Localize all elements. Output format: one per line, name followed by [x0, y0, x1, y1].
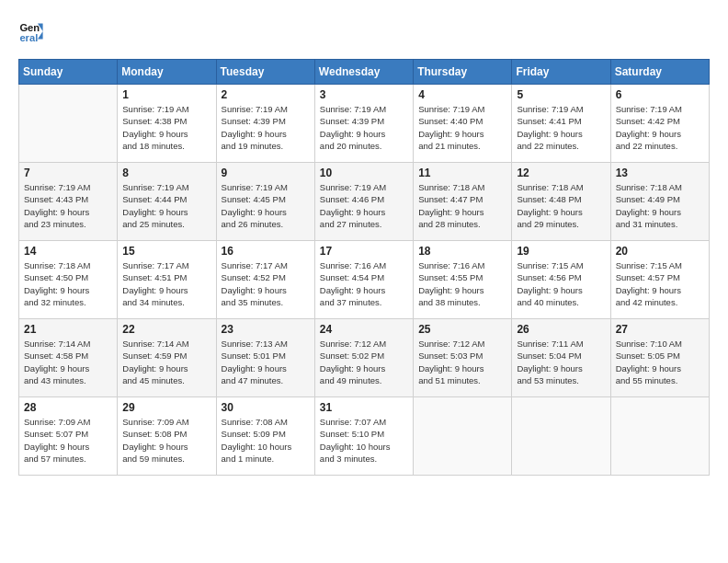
- calendar-cell: 21Sunrise: 7:14 AM Sunset: 4:58 PM Dayli…: [19, 319, 118, 397]
- svg-text:eral: eral: [19, 32, 38, 43]
- day-number: 15: [122, 245, 210, 258]
- calendar-cell: 9Sunrise: 7:19 AM Sunset: 4:45 PM Daylig…: [216, 163, 314, 241]
- day-info: Sunrise: 7:18 AM Sunset: 4:49 PM Dayligh…: [616, 181, 704, 230]
- calendar-cell: 10Sunrise: 7:19 AM Sunset: 4:46 PM Dayli…: [314, 163, 413, 241]
- calendar-cell: 3Sunrise: 7:19 AM Sunset: 4:39 PM Daylig…: [314, 85, 413, 163]
- day-info: Sunrise: 7:10 AM Sunset: 5:05 PM Dayligh…: [616, 338, 704, 386]
- day-info: Sunrise: 7:17 AM Sunset: 4:52 PM Dayligh…: [222, 259, 310, 308]
- week-row-3: 21Sunrise: 7:14 AM Sunset: 4:58 PM Dayli…: [19, 319, 710, 397]
- calendar-cell: 5Sunrise: 7:19 AM Sunset: 4:41 PM Daylig…: [512, 85, 610, 163]
- day-number: 14: [24, 245, 112, 258]
- day-number: 4: [418, 88, 506, 101]
- weekday-header-friday: Friday: [512, 60, 610, 85]
- day-number: 8: [122, 167, 210, 179]
- day-info: Sunrise: 7:09 AM Sunset: 5:07 PM Dayligh…: [24, 416, 112, 465]
- week-row-0: 1Sunrise: 7:19 AM Sunset: 4:38 PM Daylig…: [19, 85, 710, 163]
- calendar-cell: 30Sunrise: 7:08 AM Sunset: 5:09 PM Dayli…: [216, 397, 314, 476]
- week-row-1: 7Sunrise: 7:19 AM Sunset: 4:43 PM Daylig…: [19, 163, 710, 241]
- calendar-cell: 31Sunrise: 7:07 AM Sunset: 5:10 PM Dayli…: [314, 397, 413, 476]
- day-info: Sunrise: 7:19 AM Sunset: 4:38 PM Dayligh…: [122, 103, 210, 152]
- calendar-body: 1Sunrise: 7:19 AM Sunset: 4:38 PM Daylig…: [19, 85, 710, 476]
- logo-icon: Gen eral: [18, 18, 44, 44]
- day-info: Sunrise: 7:12 AM Sunset: 5:03 PM Dayligh…: [418, 338, 506, 386]
- day-info: Sunrise: 7:14 AM Sunset: 4:59 PM Dayligh…: [122, 338, 210, 386]
- calendar-cell: 29Sunrise: 7:09 AM Sunset: 5:08 PM Dayli…: [118, 397, 216, 476]
- calendar-cell: 13Sunrise: 7:18 AM Sunset: 4:49 PM Dayli…: [610, 163, 709, 241]
- day-number: 28: [24, 401, 112, 414]
- day-info: Sunrise: 7:19 AM Sunset: 4:41 PM Dayligh…: [517, 103, 605, 152]
- calendar-cell: [414, 397, 512, 476]
- calendar-cell: [19, 85, 118, 163]
- day-info: Sunrise: 7:16 AM Sunset: 4:55 PM Dayligh…: [418, 259, 506, 308]
- logo: Gen eral: [18, 18, 48, 44]
- calendar-cell: 26Sunrise: 7:11 AM Sunset: 5:04 PM Dayli…: [512, 319, 610, 397]
- day-info: Sunrise: 7:08 AM Sunset: 5:09 PM Dayligh…: [222, 416, 310, 465]
- day-number: 26: [517, 323, 605, 336]
- day-info: Sunrise: 7:16 AM Sunset: 4:54 PM Dayligh…: [320, 259, 408, 308]
- day-number: 6: [616, 88, 704, 101]
- day-info: Sunrise: 7:19 AM Sunset: 4:39 PM Dayligh…: [222, 103, 310, 152]
- day-info: Sunrise: 7:18 AM Sunset: 4:47 PM Dayligh…: [418, 181, 506, 230]
- page-header: Gen eral: [18, 18, 710, 44]
- weekday-header-thursday: Thursday: [414, 60, 512, 85]
- calendar-cell: 19Sunrise: 7:15 AM Sunset: 4:56 PM Dayli…: [512, 241, 610, 319]
- day-number: 31: [320, 401, 408, 414]
- calendar-cell: 16Sunrise: 7:17 AM Sunset: 4:52 PM Dayli…: [216, 241, 314, 319]
- calendar-cell: 20Sunrise: 7:15 AM Sunset: 4:57 PM Dayli…: [610, 241, 709, 319]
- day-info: Sunrise: 7:15 AM Sunset: 4:56 PM Dayligh…: [517, 259, 605, 308]
- day-info: Sunrise: 7:12 AM Sunset: 5:02 PM Dayligh…: [320, 338, 408, 386]
- day-number: 30: [222, 401, 310, 414]
- calendar-cell: 7Sunrise: 7:19 AM Sunset: 4:43 PM Daylig…: [19, 163, 118, 241]
- day-number: 23: [222, 323, 310, 336]
- day-number: 19: [517, 245, 605, 258]
- day-number: 29: [122, 401, 210, 414]
- calendar-cell: [610, 397, 709, 476]
- day-number: 20: [616, 245, 704, 258]
- day-info: Sunrise: 7:14 AM Sunset: 4:58 PM Dayligh…: [24, 338, 112, 386]
- calendar-cell: 12Sunrise: 7:18 AM Sunset: 4:48 PM Dayli…: [512, 163, 610, 241]
- day-info: Sunrise: 7:18 AM Sunset: 4:50 PM Dayligh…: [24, 259, 112, 308]
- calendar-cell: 15Sunrise: 7:17 AM Sunset: 4:51 PM Dayli…: [118, 241, 216, 319]
- day-number: 22: [122, 323, 210, 336]
- day-number: 3: [320, 88, 408, 101]
- day-info: Sunrise: 7:19 AM Sunset: 4:45 PM Dayligh…: [222, 181, 310, 230]
- calendar-cell: 8Sunrise: 7:19 AM Sunset: 4:44 PM Daylig…: [118, 163, 216, 241]
- calendar-cell: 14Sunrise: 7:18 AM Sunset: 4:50 PM Dayli…: [19, 241, 118, 319]
- day-number: 10: [320, 167, 408, 179]
- day-info: Sunrise: 7:19 AM Sunset: 4:39 PM Dayligh…: [320, 103, 408, 152]
- calendar-cell: 24Sunrise: 7:12 AM Sunset: 5:02 PM Dayli…: [314, 319, 413, 397]
- day-number: 11: [418, 167, 506, 179]
- day-number: 16: [222, 245, 310, 258]
- calendar-cell: 6Sunrise: 7:19 AM Sunset: 4:42 PM Daylig…: [610, 85, 709, 163]
- week-row-4: 28Sunrise: 7:09 AM Sunset: 5:07 PM Dayli…: [19, 397, 710, 476]
- day-info: Sunrise: 7:19 AM Sunset: 4:44 PM Dayligh…: [122, 181, 210, 230]
- weekday-header-saturday: Saturday: [610, 60, 709, 85]
- day-number: 1: [122, 88, 210, 101]
- calendar-cell: [512, 397, 610, 476]
- day-info: Sunrise: 7:19 AM Sunset: 4:46 PM Dayligh…: [320, 181, 408, 230]
- calendar-cell: 4Sunrise: 7:19 AM Sunset: 4:40 PM Daylig…: [414, 85, 512, 163]
- calendar-cell: 11Sunrise: 7:18 AM Sunset: 4:47 PM Dayli…: [414, 163, 512, 241]
- day-number: 2: [222, 88, 310, 101]
- day-number: 12: [517, 167, 605, 179]
- day-info: Sunrise: 7:17 AM Sunset: 4:51 PM Dayligh…: [122, 259, 210, 308]
- day-info: Sunrise: 7:19 AM Sunset: 4:40 PM Dayligh…: [418, 103, 506, 152]
- weekday-header-monday: Monday: [118, 60, 216, 85]
- day-info: Sunrise: 7:09 AM Sunset: 5:08 PM Dayligh…: [122, 416, 210, 465]
- weekday-header-row: SundayMondayTuesdayWednesdayThursdayFrid…: [19, 60, 710, 85]
- weekday-header-sunday: Sunday: [19, 60, 118, 85]
- day-info: Sunrise: 7:19 AM Sunset: 4:42 PM Dayligh…: [616, 103, 704, 152]
- calendar-cell: 2Sunrise: 7:19 AM Sunset: 4:39 PM Daylig…: [216, 85, 314, 163]
- svg-text:Gen: Gen: [19, 22, 40, 33]
- calendar-cell: 27Sunrise: 7:10 AM Sunset: 5:05 PM Dayli…: [610, 319, 709, 397]
- calendar-cell: 25Sunrise: 7:12 AM Sunset: 5:03 PM Dayli…: [414, 319, 512, 397]
- calendar-table: SundayMondayTuesdayWednesdayThursdayFrid…: [18, 59, 710, 476]
- day-number: 9: [222, 167, 310, 179]
- day-number: 25: [418, 323, 506, 336]
- calendar-cell: 1Sunrise: 7:19 AM Sunset: 4:38 PM Daylig…: [118, 85, 216, 163]
- day-number: 5: [517, 88, 605, 101]
- calendar-cell: 18Sunrise: 7:16 AM Sunset: 4:55 PM Dayli…: [414, 241, 512, 319]
- day-number: 18: [418, 245, 506, 258]
- weekday-header-wednesday: Wednesday: [314, 60, 413, 85]
- calendar-cell: 22Sunrise: 7:14 AM Sunset: 4:59 PM Dayli…: [118, 319, 216, 397]
